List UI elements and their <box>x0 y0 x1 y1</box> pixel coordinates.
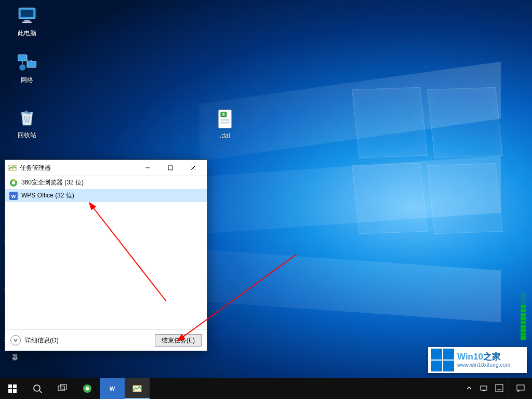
browser-360-icon <box>9 179 18 187</box>
svg-rect-5 <box>27 61 36 68</box>
process-name: 360安全浏览器 (32 位) <box>21 178 84 187</box>
watermark-badge: Win10之家 www.win10xitong.com <box>428 347 527 373</box>
end-task-button[interactable]: 结束任务(E) <box>155 334 202 347</box>
wallpaper-light <box>200 21 532 353</box>
svg-rect-25 <box>8 389 12 393</box>
desktop-icon-dat-file[interactable]: S .dat <box>205 108 245 139</box>
desktop-icon-network[interactable]: 网络 <box>7 52 47 85</box>
taskbar[interactable]: W <box>0 378 532 399</box>
svg-rect-30 <box>60 384 66 389</box>
svg-rect-1 <box>21 10 34 17</box>
titlebar[interactable]: 任务管理器 <box>5 160 207 176</box>
desktop-icon-label: .dat <box>205 132 245 139</box>
svg-rect-2 <box>24 20 30 22</box>
desktop-icon-label: 回收站 <box>7 131 47 140</box>
process-item-selected[interactable]: W WPS Office (32 位) <box>5 189 207 202</box>
network-icon <box>16 52 38 74</box>
desktop-icon-this-pc[interactable]: 此电脑 <box>7 5 47 38</box>
task-manager-footer: 详细信息(D) 结束任务(E) <box>5 329 207 351</box>
svg-text:S: S <box>222 112 225 117</box>
close-button[interactable] <box>182 161 205 175</box>
desktop-icon-label: 网络 <box>7 76 47 85</box>
svg-rect-23 <box>8 384 12 388</box>
minimize-button[interactable] <box>136 161 159 175</box>
windows-logo-icon <box>431 349 454 371</box>
svg-rect-24 <box>13 384 17 388</box>
process-name: WPS Office (32 位) <box>21 191 74 200</box>
svg-rect-10 <box>220 119 230 121</box>
expand-chevron-icon[interactable] <box>10 335 21 345</box>
tray-network-icon[interactable] <box>480 384 488 394</box>
watermark-title: Win10之家 <box>457 352 510 362</box>
maximize-button[interactable] <box>159 161 182 175</box>
svg-rect-36 <box>483 390 485 391</box>
task-manager-icon <box>8 164 17 172</box>
task-manager-window[interactable]: 任务管理器 360安全浏览器 (32 位) W WPS Office (32 位… <box>5 159 207 351</box>
recycle-bin-icon <box>16 107 38 129</box>
tray-overflow-icon[interactable] <box>466 385 472 393</box>
svg-point-27 <box>34 385 40 391</box>
svg-rect-37 <box>496 384 503 392</box>
svg-rect-39 <box>517 385 524 390</box>
monitor-icon <box>16 5 38 27</box>
taskbar-app-360browser[interactable] <box>75 378 100 399</box>
svg-line-28 <box>39 391 42 393</box>
svg-point-32 <box>86 387 89 391</box>
spreadsheet-file-icon: S <box>214 108 236 130</box>
start-button[interactable] <box>0 378 25 399</box>
svg-rect-14 <box>168 166 172 170</box>
truncated-text: 器 <box>12 353 18 362</box>
action-center-button[interactable] <box>509 378 532 399</box>
svg-point-6 <box>19 64 25 71</box>
process-item[interactable]: 360安全浏览器 (32 位) <box>5 176 207 189</box>
watermark-url: www.win10xitong.com <box>457 362 510 368</box>
wps-icon: W <box>9 192 18 200</box>
desktop[interactable]: 此电脑 网络 回收站 S .dat 小 3 3 任务管理器 <box>0 0 532 399</box>
svg-rect-11 <box>220 122 230 124</box>
svg-text:W: W <box>11 194 16 199</box>
desktop-icon-recycle-bin[interactable]: 回收站 <box>7 107 47 140</box>
window-title: 任务管理器 <box>20 164 51 172</box>
task-view-button[interactable] <box>50 378 75 399</box>
desktop-icon-label: 此电脑 <box>7 29 47 38</box>
tray-ime-icon[interactable] <box>495 384 503 394</box>
taskbar-app-wps[interactable]: W <box>100 378 125 399</box>
svg-text:W: W <box>110 385 115 392</box>
svg-point-18 <box>12 181 15 184</box>
search-button[interactable] <box>25 378 50 399</box>
more-details-link[interactable]: 详细信息(D) <box>25 336 59 345</box>
volume-meter <box>521 293 526 340</box>
svg-rect-35 <box>481 386 487 390</box>
svg-rect-3 <box>22 22 32 23</box>
svg-rect-29 <box>58 386 64 391</box>
process-list[interactable]: 360安全浏览器 (32 位) W WPS Office (32 位) <box>5 176 207 329</box>
taskbar-app-task-manager[interactable] <box>125 378 150 399</box>
system-tray[interactable] <box>461 378 509 399</box>
svg-rect-26 <box>13 389 17 393</box>
